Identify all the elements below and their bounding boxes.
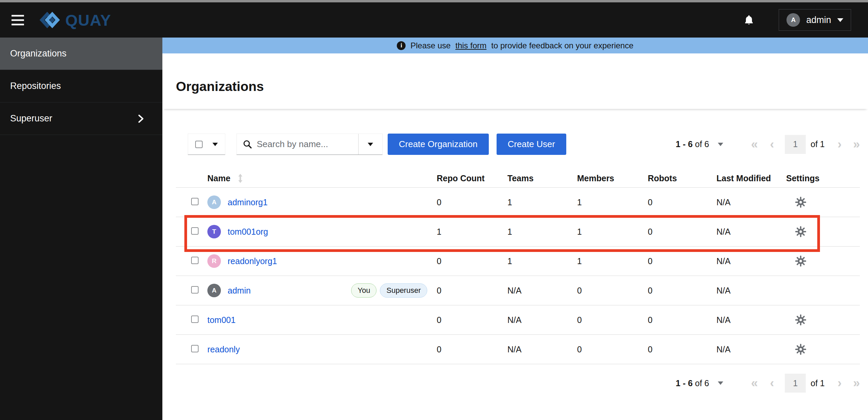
banner-text-suffix: to provide feedback on your experience: [491, 41, 633, 50]
row-checkbox[interactable]: [191, 198, 199, 205]
toolbar: Create Organization Create User 1 - 6 of…: [176, 134, 860, 155]
search-input[interactable]: [257, 139, 358, 149]
content: Create Organization Create User 1 - 6 of…: [162, 134, 868, 393]
next-page-button[interactable]: ›: [838, 377, 842, 389]
next-page-button[interactable]: ›: [838, 138, 842, 150]
chevron-down-icon: [368, 143, 373, 146]
repo-count-value: 0: [434, 197, 505, 207]
sidebar-item-superuser[interactable]: Superuser: [0, 102, 162, 135]
column-header-robots: Robots: [645, 173, 714, 183]
row-checkbox[interactable]: [191, 257, 199, 264]
last-page-button[interactable]: »: [853, 138, 860, 150]
org-link[interactable]: admin: [228, 286, 251, 296]
previous-page-button[interactable]: ‹: [770, 377, 774, 389]
members-value: 1: [574, 256, 645, 266]
sidebar-item-repositories[interactable]: Repositories: [0, 70, 162, 102]
column-header-name[interactable]: Name: [207, 173, 230, 183]
robots-value: 0: [645, 197, 714, 207]
total-pages-label: of 1: [810, 378, 825, 388]
search-filter-dropdown[interactable]: [359, 143, 382, 146]
first-page-button[interactable]: «: [751, 138, 758, 150]
chevron-down-icon[interactable]: [718, 143, 723, 146]
org-link[interactable]: readonly: [207, 345, 240, 354]
pagination-bottom: 1 - 6 of 6 « ‹ 1 of 1 › »: [176, 373, 860, 393]
sort-icon[interactable]: [238, 174, 243, 183]
quay-brand[interactable]: QUAY: [40, 11, 111, 29]
table-row-admin: A admin You Superuser 0 N/A 0 0 N/A: [176, 276, 860, 305]
members-value: 1: [574, 197, 645, 207]
bell-icon: [743, 14, 755, 26]
search-box: [236, 134, 383, 155]
create-user-button[interactable]: Create User: [497, 134, 566, 155]
org-link[interactable]: tom001org: [228, 227, 268, 237]
robots-value: 0: [645, 256, 714, 266]
teams-value: 1: [505, 197, 574, 207]
create-organization-button[interactable]: Create Organization: [388, 134, 489, 155]
pagination-range[interactable]: 1 - 6 of 6: [676, 139, 709, 149]
chevron-down-icon: [837, 18, 843, 22]
members-value: 0: [574, 315, 645, 325]
settings-button[interactable]: [795, 255, 806, 267]
chevron-down-icon[interactable]: [718, 381, 723, 385]
current-page-input[interactable]: 1: [785, 374, 806, 393]
org-avatar: R: [207, 254, 221, 268]
pagination-top: 1 - 6 of 6 « ‹ 1 of 1 › »: [676, 134, 860, 155]
repo-count-value: 0: [434, 315, 505, 325]
org-avatar: A: [207, 195, 221, 209]
settings-button[interactable]: [795, 314, 806, 326]
settings-button[interactable]: [795, 344, 806, 355]
column-header-repo-count: Repo Count: [434, 173, 505, 183]
row-checkbox[interactable]: [191, 286, 199, 294]
org-link[interactable]: tom001: [207, 315, 235, 325]
superuser-badge: Superuser: [380, 283, 427, 298]
feedback-banner: i Please use this form to provide feedba…: [162, 38, 868, 53]
last-modified-value: N/A: [714, 227, 783, 237]
row-checkbox[interactable]: [191, 345, 199, 352]
sidebar-item-organizations[interactable]: Organizations: [0, 38, 162, 70]
quay-logo-icon: [40, 11, 60, 29]
gear-icon: [795, 314, 806, 326]
page-header: Organizations: [162, 53, 868, 109]
row-checkbox[interactable]: [191, 316, 199, 323]
hamburger-icon: [12, 15, 24, 17]
feedback-form-link[interactable]: this form: [455, 41, 486, 50]
last-modified-value: N/A: [714, 315, 783, 325]
table-row-readonly: readonly 0 N/A 0 0 N/A: [176, 335, 860, 364]
window-top-strip: [0, 0, 868, 2]
total-pages-label: of 1: [810, 139, 825, 149]
teams-value: N/A: [505, 345, 574, 354]
notifications-button[interactable]: [743, 14, 755, 26]
previous-page-button[interactable]: ‹: [770, 138, 774, 150]
table-row-readonlyorg1: R readonlyorg1 0 1 1 0 N/A: [176, 247, 860, 276]
settings-button[interactable]: [795, 196, 806, 208]
org-avatar: T: [207, 225, 221, 238]
last-page-button[interactable]: »: [853, 377, 860, 389]
org-link[interactable]: readonlyorg1: [228, 256, 277, 266]
current-page-input[interactable]: 1: [785, 135, 806, 154]
sidebar: Organizations Repositories Superuser: [0, 38, 162, 420]
members-value: 0: [574, 286, 645, 296]
last-modified-value: N/A: [714, 197, 783, 207]
organizations-table: Name Repo Count Teams Members Robots Las…: [176, 169, 860, 364]
sidebar-toggle-button[interactable]: [11, 13, 25, 27]
org-link[interactable]: adminorg1: [228, 197, 268, 207]
first-page-button[interactable]: «: [751, 377, 758, 389]
table-row-tom001org: T tom001org 1 1 1 0 N/A: [176, 217, 860, 247]
page-title: Organizations: [176, 79, 868, 94]
bulk-select-checkbox[interactable]: [195, 141, 203, 148]
settings-button[interactable]: [795, 226, 806, 237]
robots-value: 0: [645, 286, 714, 296]
last-modified-value: N/A: [714, 286, 783, 296]
last-modified-value: N/A: [714, 256, 783, 266]
repo-count-value: 1: [434, 227, 505, 237]
pagination-range[interactable]: 1 - 6 of 6: [676, 378, 709, 388]
row-checkbox[interactable]: [191, 227, 199, 235]
gear-icon: [795, 255, 806, 267]
brand-name: QUAY: [65, 11, 111, 29]
column-header-members: Members: [574, 173, 645, 183]
bulk-select-dropdown[interactable]: [188, 134, 225, 155]
table-row-tom001: tom001 0 N/A 0 0 N/A: [176, 305, 860, 335]
robots-value: 0: [645, 315, 714, 325]
user-menu-toggle[interactable]: A admin: [779, 9, 851, 31]
table-row-adminorg1: A adminorg1 0 1 1 0 N/A: [176, 188, 860, 217]
